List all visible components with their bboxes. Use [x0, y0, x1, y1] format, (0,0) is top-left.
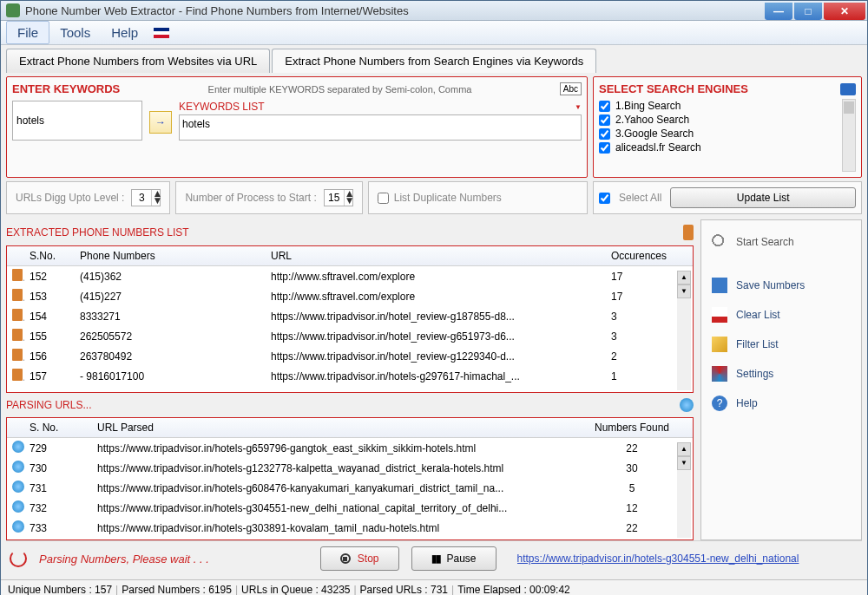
- phone-row-icon: [12, 309, 23, 321]
- menubar: File Tools Help: [1, 21, 867, 45]
- abc-icon[interactable]: Abc: [560, 82, 582, 95]
- col-sno2[interactable]: S. No.: [24, 422, 92, 434]
- table-row[interactable]: 731 https://www.tripadvisor.in/hotels-g6…: [7, 478, 693, 498]
- start-search-button[interactable]: Start Search: [708, 227, 854, 257]
- app-icon: [6, 3, 20, 17]
- duplicate-checkbox[interactable]: [378, 193, 389, 204]
- phone-row-icon: [12, 369, 23, 381]
- extracted-title: EXTRACTED PHONE NUMBERS LIST: [6, 226, 189, 239]
- parsing-message: Parsing Numbers, Please wait . . .: [39, 552, 209, 566]
- search-icon: [712, 234, 727, 250]
- current-url-link[interactable]: https://www.tripadvisor.in/hotels-g30455…: [517, 552, 858, 565]
- tab-search-extract[interactable]: Extract Phone Numbers from Search Engine…: [272, 49, 596, 73]
- globe-row-icon: [12, 500, 24, 513]
- parsing-scrollbar[interactable]: ▲▼: [677, 442, 691, 538]
- table-row[interactable]: 730 https://www.tripadvisor.in/hotels-g1…: [7, 458, 693, 478]
- col-occ[interactable]: Occurences: [606, 250, 693, 262]
- filter-list-button[interactable]: Filter List: [708, 330, 854, 359]
- status-unique: Unique Numbers : 157: [8, 584, 112, 595]
- control-row: Parsing Numbers, Please wait . . . Stop …: [6, 540, 862, 576]
- window-title: Phone Number Web Extractor - Find Phone …: [25, 4, 765, 17]
- tab-url-extract[interactable]: Extract Phone Numbers from Websites via …: [6, 49, 270, 73]
- parsing-table: S. No. URL Parsed Numbers Found 729 http…: [6, 417, 694, 540]
- maximize-button[interactable]: □: [794, 3, 822, 20]
- keywords-title: ENTER KEYWORDS: [12, 82, 120, 95]
- table-row[interactable]: 155 262505572 https://www.tripadvisor.in…: [7, 326, 693, 346]
- clear-list-button[interactable]: Clear List: [708, 300, 854, 330]
- search-engines-panel: SELECT SEARCH ENGINES 1.Bing Search 2.Ya…: [593, 76, 862, 178]
- menu-help[interactable]: Help: [101, 22, 148, 43]
- col-url-parsed[interactable]: URL Parsed: [92, 422, 571, 434]
- engines-footer: Select All Update List: [593, 181, 862, 214]
- extracted-table: S.No. Phone Numbers URL Occurences 152 (…: [6, 245, 694, 393]
- globe-icon: [680, 398, 694, 412]
- table-row[interactable]: 729 https://www.tripadvisor.in/hotels-g6…: [7, 438, 693, 458]
- duplicate-label: List Duplicate Numbers: [394, 192, 502, 204]
- tabs: Extract Phone Numbers from Websites via …: [1, 45, 867, 73]
- chevron-down-icon[interactable]: ▼: [575, 103, 582, 111]
- table-row[interactable]: 157 - 9816017100 https://www.tripadvisor…: [7, 366, 693, 386]
- table-row[interactable]: 156 263780492 https://www.tripadvisor.in…: [7, 346, 693, 366]
- help-button[interactable]: ?Help: [708, 389, 854, 418]
- save-numbers-button[interactable]: Save Numbers: [708, 271, 854, 300]
- engine-checkbox[interactable]: [599, 128, 610, 140]
- keywords-panel: ENTER KEYWORDS Enter multiple KEYWORDS s…: [6, 76, 588, 178]
- close-button[interactable]: ✕: [824, 3, 865, 20]
- menu-file[interactable]: File: [6, 21, 49, 44]
- table-row[interactable]: 152 (415)362 http://www.sftravel.com/exp…: [7, 266, 693, 286]
- language-flag-icon[interactable]: [154, 28, 169, 38]
- globe-row-icon: [12, 520, 24, 533]
- engines-title: SELECT SEARCH ENGINES: [599, 82, 748, 95]
- engine-checkbox[interactable]: [599, 101, 610, 112]
- engine-checkbox[interactable]: [599, 142, 610, 154]
- col-numbers-found[interactable]: Numbers Found: [571, 422, 693, 434]
- phone-icon: [683, 225, 694, 240]
- stop-button[interactable]: Stop: [320, 546, 399, 571]
- add-keyword-button[interactable]: →: [149, 111, 172, 134]
- pause-icon: ▮▮: [431, 552, 440, 565]
- table-row[interactable]: 154 8333271 https://www.tripadvisor.in/h…: [7, 306, 693, 326]
- engine-checkbox[interactable]: [599, 114, 610, 126]
- globe-row-icon: [12, 441, 24, 453]
- process-label: Number of Process to Start :: [185, 192, 316, 204]
- loading-icon: [10, 550, 27, 567]
- engines-list: 1.Bing Search 2.Yahoo Search 3.Google Se…: [599, 99, 856, 172]
- phone-row-icon: [12, 349, 23, 361]
- keywords-list[interactable]: hotels: [179, 114, 582, 141]
- col-url[interactable]: URL: [266, 250, 606, 262]
- select-all-checkbox[interactable]: [599, 193, 610, 204]
- status-queue: URLs in Queue : 43235: [241, 584, 350, 595]
- engines-scrollbar[interactable]: [842, 99, 856, 172]
- phone-row-icon: [12, 289, 23, 301]
- keywords-list-title: KEYWORDS LIST: [179, 101, 265, 113]
- pause-button[interactable]: ▮▮Pause: [411, 546, 496, 571]
- globe-row-icon: [12, 481, 24, 493]
- table-row[interactable]: 153 (415)227 http://www.sftravel.com/exp…: [7, 286, 693, 306]
- menu-tools[interactable]: Tools: [49, 22, 101, 43]
- keywords-hint: Enter multiple KEYWORDS separated by Sem…: [120, 84, 560, 95]
- camera-icon[interactable]: [840, 83, 856, 95]
- update-list-button[interactable]: Update List: [670, 187, 856, 208]
- process-spinner[interactable]: ▲▼: [324, 189, 353, 206]
- clear-icon: [712, 307, 727, 323]
- digg-spinner[interactable]: ▲▼: [131, 189, 161, 206]
- col-phone[interactable]: Phone Numbers: [75, 250, 266, 262]
- sidebar: Start Search Save Numbers Clear List Fil…: [700, 219, 862, 540]
- settings-button[interactable]: Settings: [708, 359, 854, 389]
- minimize-button[interactable]: —: [765, 3, 792, 20]
- keywords-input[interactable]: [12, 101, 142, 141]
- table-row[interactable]: 733 https://www.tripadvisor.in/hotels-g3…: [7, 518, 693, 538]
- status-parsed-numbers: Parsed Numbers : 6195: [122, 584, 232, 595]
- filter-icon: [712, 337, 727, 352]
- extracted-scrollbar[interactable]: ▲▼: [677, 271, 691, 390]
- status-parsed-urls: Parsed URLs : 731: [360, 584, 448, 595]
- table-row[interactable]: 732 https://www.tripadvisor.in/hotels-g3…: [7, 498, 693, 518]
- save-icon: [712, 278, 727, 293]
- select-all-label: Select All: [619, 192, 661, 204]
- engine-item: 1.Bing Search: [599, 99, 856, 113]
- help-icon: ?: [712, 396, 727, 411]
- digg-label: URLs Digg Upto Level :: [16, 192, 124, 204]
- stop-icon: [340, 553, 351, 564]
- col-sno[interactable]: S.No.: [24, 250, 75, 262]
- engine-item: 2.Yahoo Search: [599, 113, 856, 127]
